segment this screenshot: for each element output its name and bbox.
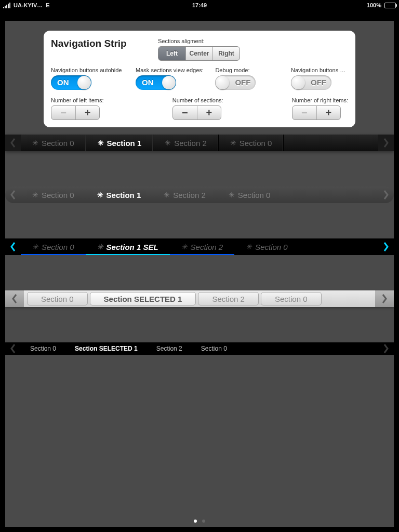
strip2-item-3[interactable]: ✳Section 0: [217, 187, 282, 203]
asterisk-icon: ✳: [97, 243, 103, 251]
asterisk-icon: ✳: [229, 191, 235, 199]
asterisk-icon: ✳: [32, 191, 38, 199]
strip4-prev[interactable]: [5, 290, 24, 307]
strip3-item-1[interactable]: ✳Section 1 SEL: [86, 238, 170, 255]
asterisk-icon: ✳: [97, 191, 103, 199]
app-canvas: Navigation Strip Sections aligment: Left…: [5, 21, 394, 527]
strip1-next[interactable]: [378, 135, 394, 151]
nav-strip-3: ✳Section 0 ✳Section 1 SEL ✳Section 2 ✳Se…: [5, 238, 394, 255]
strip5-prev[interactable]: [5, 340, 21, 357]
nav-strip-1: ✳Section 0 ✳Section 1 ✳Section 2 ✳Sectio…: [5, 135, 394, 151]
status-bar: UA-KYIV… E 17:49 100%: [0, 0, 399, 10]
clock: 17:49: [0, 2, 399, 8]
nav-strip-5: Section 0 Section SELECTED 1 Section 2 S…: [5, 342, 394, 355]
hide-switch[interactable]: OFF: [291, 75, 331, 90]
strip2-item-2[interactable]: ✳Section 2: [152, 187, 217, 203]
chevron-right-icon: [381, 294, 388, 304]
left-items-plus[interactable]: +: [75, 106, 99, 119]
page-dot-1: [194, 520, 197, 523]
chevron-left-icon: [9, 242, 17, 252]
carrier-label: UA-KYIV…: [14, 2, 43, 8]
battery-percent: 100%: [367, 2, 381, 8]
asterisk-icon: ✳: [165, 139, 171, 147]
mask-label: Mask sections view edges:: [136, 67, 215, 73]
strip4-item-0[interactable]: Section 0: [27, 292, 88, 305]
strip1-item-0[interactable]: ✳Section 0: [21, 135, 86, 151]
strip4-item-3[interactable]: Section 0: [261, 292, 322, 305]
network-label: E: [46, 2, 49, 8]
chevron-left-icon: [9, 343, 17, 354]
asterisk-icon: ✳: [230, 139, 236, 147]
strip1-item-1[interactable]: ✳Section 1: [86, 135, 154, 151]
hide-value: OFF: [311, 75, 326, 90]
strip5-item-3[interactable]: Section 0: [192, 342, 236, 355]
battery-icon: [384, 3, 396, 8]
strip4-item-1[interactable]: Section SELECTED 1: [90, 292, 196, 305]
page-indicator: [5, 520, 394, 523]
sections-count-label: Number of sections:: [172, 97, 292, 103]
debug-label: Debug mode:: [215, 67, 291, 73]
right-items-stepper[interactable]: − +: [292, 105, 341, 120]
align-right-button[interactable]: Right: [212, 47, 240, 60]
strip5-next[interactable]: [378, 340, 394, 357]
autohide-switch[interactable]: ON: [51, 75, 91, 90]
strip3-item-0[interactable]: ✳Section 0: [21, 238, 86, 255]
debug-value: OFF: [235, 75, 250, 90]
strip3-prev[interactable]: [5, 238, 21, 255]
asterisk-icon: ✳: [98, 139, 104, 147]
strip5-item-0[interactable]: Section 0: [21, 342, 65, 355]
page-dot-2: [202, 520, 205, 523]
sections-minus[interactable]: −: [173, 106, 197, 119]
left-items-stepper[interactable]: − +: [51, 105, 100, 120]
strip1-prev[interactable]: [5, 135, 21, 151]
strip3-item-2[interactable]: ✳Section 2: [170, 238, 235, 255]
align-left-button[interactable]: Left: [158, 47, 185, 60]
left-items-label: Number of left items:: [51, 97, 172, 103]
hide-label: Navigation buttons hid…: [291, 67, 348, 73]
left-items-minus[interactable]: −: [51, 106, 75, 119]
alignment-label: Sections aligment:: [158, 38, 240, 44]
alignment-segmented[interactable]: Left Center Right: [158, 46, 240, 61]
strip5-item-1[interactable]: Section SELECTED 1: [65, 342, 147, 355]
sections-plus[interactable]: +: [197, 106, 221, 119]
strip2-item-0[interactable]: ✳Section 0: [21, 187, 86, 203]
chevron-left-icon: [9, 138, 17, 148]
autohide-value: ON: [57, 75, 69, 90]
autohide-label: Navigation buttons autohide: [51, 67, 136, 73]
asterisk-icon: ✳: [32, 243, 38, 251]
chevron-right-icon: [382, 138, 390, 148]
signal-icon: [3, 3, 10, 8]
asterisk-icon: ✳: [32, 139, 38, 147]
config-panel: Navigation Strip Sections aligment: Left…: [44, 31, 355, 127]
strip5-item-2[interactable]: Section 2: [147, 342, 192, 355]
chevron-left-icon: [11, 294, 18, 304]
asterisk-icon: ✳: [246, 243, 252, 251]
mask-switch[interactable]: ON: [136, 75, 176, 90]
mask-value: ON: [142, 75, 154, 90]
asterisk-icon: ✳: [181, 243, 188, 251]
sections-stepper[interactable]: − +: [172, 105, 221, 120]
strip3-item-3[interactable]: ✳Section 0: [234, 238, 299, 255]
strip2-next[interactable]: [378, 187, 394, 203]
nav-strip-4: Section 0 Section SELECTED 1 Section 2 S…: [5, 290, 394, 307]
right-items-label: Number of right items:: [292, 97, 348, 103]
strip4-item-2[interactable]: Section 2: [198, 292, 259, 305]
nav-strip-2: ✳Section 0 ✳Section 1 ✳Section 2 ✳Sectio…: [5, 187, 394, 203]
panel-title: Navigation Strip: [51, 38, 158, 49]
strip2-item-1[interactable]: ✳Section 1: [86, 187, 153, 203]
chevron-left-icon: [9, 190, 17, 200]
strip1-item-2[interactable]: ✳Section 2: [153, 135, 219, 151]
strip3-next[interactable]: [378, 238, 394, 255]
right-items-minus[interactable]: −: [292, 106, 316, 119]
chevron-right-icon: [382, 190, 390, 200]
chevron-right-icon: [382, 343, 390, 354]
right-items-plus[interactable]: +: [316, 106, 340, 119]
strip1-item-3[interactable]: ✳Section 0: [219, 135, 284, 151]
strip2-prev[interactable]: [5, 187, 21, 203]
strip4-next[interactable]: [375, 290, 394, 307]
chevron-right-icon: [382, 242, 390, 252]
debug-switch[interactable]: OFF: [215, 75, 256, 90]
align-center-button[interactable]: Center: [185, 47, 212, 60]
asterisk-icon: ✳: [164, 191, 170, 199]
